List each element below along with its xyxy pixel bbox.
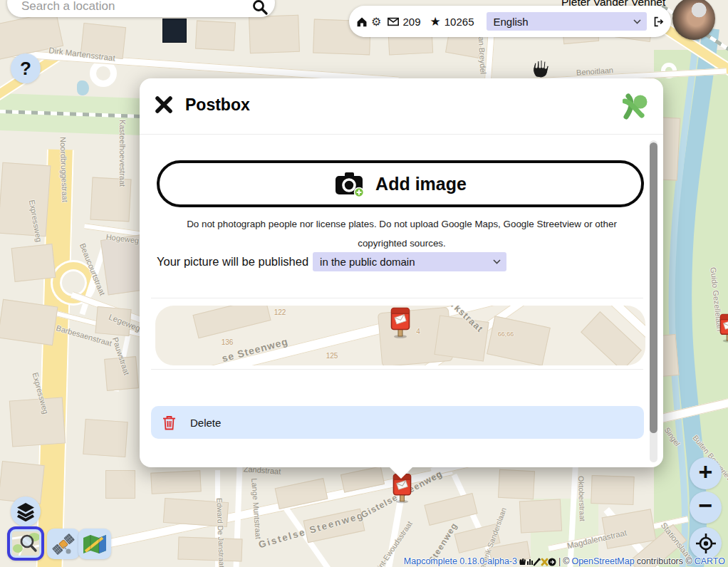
search-icon[interactable] xyxy=(252,0,268,15)
license-row: Your picture will be published in the pu… xyxy=(157,252,506,271)
copyright-symbol: © xyxy=(563,556,569,566)
postbox-minimap-marker xyxy=(390,307,410,338)
location-minimap[interactable]: se Steenwegrkstraat122136125466;66 xyxy=(155,306,645,365)
divider xyxy=(151,298,643,298)
attribution-icons xyxy=(519,557,556,566)
close-button[interactable] xyxy=(152,94,175,117)
attribution-bar: Mapcomplete 0.18.0-alpha-3 | © OpenStree… xyxy=(404,556,725,566)
add-image-button[interactable]: Add image xyxy=(157,160,644,207)
street-label: 122 xyxy=(274,308,286,316)
theme-button-worldmap[interactable] xyxy=(78,529,111,559)
settings-gear-icon[interactable]: ⚙ xyxy=(371,15,381,28)
geolocate-crosshair-icon xyxy=(695,533,717,554)
language-select[interactable]: English xyxy=(487,12,647,31)
satellite-icon xyxy=(51,532,76,556)
dialog-scrollbar-thumb[interactable] xyxy=(650,142,657,433)
contributors-text: contributors © xyxy=(637,556,692,566)
changeset-count: 10265 xyxy=(444,16,474,28)
messages-envelope-icon[interactable] xyxy=(388,17,399,26)
layers-button[interactable] xyxy=(11,496,41,526)
license-prefix: Your picture will be published xyxy=(157,255,308,269)
chevron-down-icon xyxy=(633,19,641,24)
close-icon xyxy=(154,95,174,115)
messages-count: 209 xyxy=(403,16,421,28)
postbox-dialog: Postbox Add image Do not photograph peop… xyxy=(140,78,663,467)
attribution-divider: | xyxy=(558,556,561,566)
minus-icon: − xyxy=(699,491,713,519)
language-value: English xyxy=(494,16,529,28)
dialog-pointer xyxy=(390,467,412,479)
search-input[interactable] xyxy=(20,0,252,15)
delete-label: Delete xyxy=(190,417,221,429)
star-icon[interactable]: ★ xyxy=(430,14,441,29)
help-question-mark: ? xyxy=(20,58,31,80)
hand-cursor-icon xyxy=(531,58,551,78)
theme-button-satellite[interactable] xyxy=(47,529,80,559)
dialog-body: Add image Do not photograph people nor l… xyxy=(140,134,663,460)
user-name: Pieter Vander Vennet xyxy=(561,0,665,9)
divider xyxy=(151,369,643,370)
mapcomplete-app: Dirk MartensstraatNoordbruggestraatKaste… xyxy=(0,0,728,567)
carto-link[interactable]: CARTO xyxy=(695,556,725,566)
user-panel: ⚙ 209 ★ 10265 English xyxy=(349,6,671,37)
theme-button-osm[interactable] xyxy=(7,526,44,561)
plus-icon: + xyxy=(699,458,713,486)
dialog-scrollbar xyxy=(650,140,657,462)
license-note: Do not photograph people nor license pla… xyxy=(167,214,637,253)
home-icon[interactable] xyxy=(356,16,368,28)
dialog-title: Postbox xyxy=(185,95,250,115)
layers-icon xyxy=(16,501,36,521)
zoom-in-button[interactable]: + xyxy=(690,457,722,489)
zoom-out-button[interactable]: − xyxy=(690,491,722,524)
osm-link[interactable]: OpenStreetMap xyxy=(571,556,634,566)
delete-button[interactable]: Delete xyxy=(151,406,644,439)
world-map-icon xyxy=(83,534,107,554)
park-and-canal xyxy=(654,28,728,567)
search-bar xyxy=(7,0,275,17)
geolocate-button[interactable] xyxy=(690,527,722,559)
help-button[interactable]: ? xyxy=(11,53,41,83)
postbox-marker-partial[interactable] xyxy=(719,313,728,343)
mapcomplete-version-link[interactable]: Mapcomplete 0.18.0-alpha-3 xyxy=(404,556,517,566)
license-select[interactable]: in the public domain xyxy=(313,252,506,271)
chevron-down-icon xyxy=(493,259,501,264)
street-label: 125 xyxy=(326,352,338,360)
street-label: 136 xyxy=(222,338,234,346)
license-value: in the public domain xyxy=(320,256,415,268)
camera-add-icon xyxy=(334,170,365,197)
mapcomplete-logo-icon xyxy=(623,93,648,120)
trash-icon xyxy=(162,415,176,430)
osm-map-icon xyxy=(12,531,39,556)
add-image-label: Add image xyxy=(375,174,467,194)
logout-icon[interactable] xyxy=(653,16,664,28)
